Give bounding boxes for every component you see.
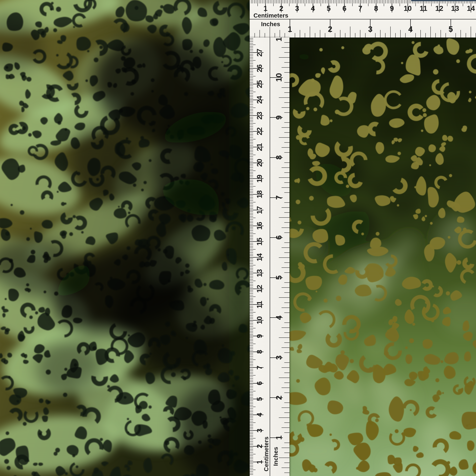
ruler-tick [282, 267, 289, 268]
ruler-tick [284, 323, 289, 323]
ruler-tick [250, 372, 253, 373]
ruler-tick [403, 0, 403, 3]
ruler-tick [250, 59, 253, 59]
ruler-tick [320, 30, 320, 37]
ruler-tick [250, 251, 253, 251]
ruler-tick [284, 352, 289, 353]
ruler-tick [250, 166, 253, 166]
cm-tick-number: 21 [256, 140, 263, 154]
ruler-tick [250, 419, 253, 420]
ruler-tick [303, 0, 304, 3]
ruler-tick [250, 330, 253, 330]
ruler-tick [250, 278, 253, 278]
ruler-tick [250, 259, 253, 259]
ruler-tick [280, 30, 280, 37]
cm-tick-number: 15 [256, 234, 263, 249]
ruler-scale-divider [270, 37, 270, 476]
ruler-tick [250, 221, 253, 221]
cm-tick-number: 22 [256, 124, 263, 138]
ruler-tick [250, 253, 253, 253]
ruler-tick [282, 147, 289, 148]
ruler-tick [284, 122, 289, 123]
ruler-tick [259, 0, 259, 3]
ruler-tick [286, 0, 286, 3]
ruler-tick [420, 30, 421, 37]
ruler-tick [250, 274, 253, 275]
ruler-tick [327, 0, 327, 3]
ruler-tick [335, 0, 335, 3]
ruler-tick [250, 136, 253, 136]
ruler-tick [250, 185, 253, 185]
ruler-tick [250, 377, 253, 377]
ruler-tick [385, 0, 386, 3]
ruler-tick [250, 279, 253, 279]
cm-tick-number: 2 [256, 439, 263, 453]
ruler-tick [282, 87, 289, 88]
ruler-tick [466, 33, 466, 37]
cm-tick-number: 5 [256, 392, 263, 406]
ruler-tick [250, 193, 253, 193]
ruler-tick [284, 412, 289, 413]
ruler-tick [250, 246, 253, 246]
horizontal-inches-label: Inches [261, 21, 280, 27]
ruler-tick [250, 268, 253, 269]
ruler-tick [250, 183, 253, 184]
ruler-tick [405, 33, 406, 37]
ruler-tick [250, 87, 253, 87]
ruler-tick [283, 0, 283, 3]
ruler-tick [254, 0, 255, 3]
cm-tick-number: 16 [256, 219, 263, 233]
ruler-tick [456, 33, 456, 37]
ruler-tick [250, 175, 253, 175]
cm-tick-number: 9 [256, 329, 263, 343]
ruler-tick [250, 284, 253, 284]
ruler-tick [250, 475, 253, 475]
inch-tick-number: 4 [403, 25, 418, 33]
ruler-tick [250, 271, 253, 272]
ruler-tick [282, 127, 289, 128]
ruler-tick [282, 408, 289, 408]
cm-tick-number: 12 [432, 5, 447, 12]
ruler-tick [325, 0, 326, 3]
ruler-tick [250, 470, 255, 470]
ruler-tick [250, 38, 253, 38]
ruler-tick [250, 400, 253, 401]
ruler-tick [250, 344, 255, 344]
ruler-tick [250, 323, 253, 323]
ruler-tick [250, 306, 253, 306]
horizontal-ruler: 1234567891011121314 Centimeters Inches 1… [250, 0, 476, 37]
ruler-tick [250, 473, 253, 473]
ruler-tick [264, 0, 264, 3]
ruler-tick [250, 76, 255, 76]
ruler-tick [282, 347, 289, 348]
ruler-tick [365, 0, 365, 3]
ruler-tick [250, 301, 253, 302]
ruler-tick [284, 383, 289, 383]
ruler-tick [250, 418, 253, 418]
ruler-tick [250, 218, 255, 218]
ruler-tick [430, 27, 431, 37]
ruler-tick [250, 317, 253, 317]
ruler-tick [346, 0, 346, 3]
ruler-tick [322, 0, 323, 3]
ruler-tick [250, 49, 253, 50]
ruler-tick [250, 64, 253, 64]
ruler-tick [250, 207, 253, 207]
ruler-tick [250, 196, 253, 196]
ruler-tick [308, 0, 308, 3]
ruler-tick [250, 142, 253, 142]
ruler-tick [250, 425, 253, 426]
ruler-tick [250, 312, 255, 312]
ruler-tick [284, 282, 289, 283]
ruler-tick [338, 0, 338, 3]
ruler-tick [250, 238, 253, 238]
ruler-tick [250, 437, 253, 437]
ruler-tick [250, 300, 253, 300]
cm-tick-number: 20 [256, 155, 263, 170]
ruler-tick [250, 230, 253, 231]
inch-tick-number: 5 [443, 25, 459, 33]
ruler-tick [250, 248, 253, 248]
ruler-tick [250, 161, 253, 161]
ruler-tick [379, 0, 379, 3]
ruler-tick [284, 342, 289, 343]
